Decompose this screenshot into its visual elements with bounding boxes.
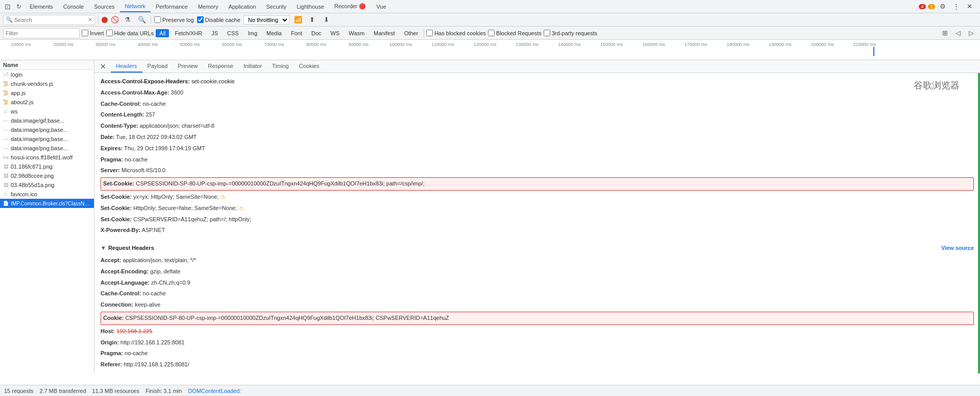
tab-memory[interactable]: Memory — [193, 2, 224, 12]
list-item[interactable]: 📄 login — [0, 70, 94, 79]
disable-cache-checkbox[interactable]: Disable cache — [197, 16, 240, 23]
filter-type-doc[interactable]: Doc — [308, 29, 325, 37]
filter-type-img[interactable]: Img — [244, 29, 261, 37]
list-item[interactable]: — data:image/gif;base... — [0, 116, 94, 125]
clear-button[interactable]: 🚫 — [111, 16, 119, 24]
tab-cookies[interactable]: Cookies — [294, 60, 325, 73]
detail-panel: ✕ Headers Payload Preview Response Initi… — [94, 60, 980, 374]
blocked-requests-checkbox[interactable]: Blocked Requests — [488, 30, 542, 36]
blocked-requests-label: Blocked Requests — [496, 30, 542, 36]
preserve-log-checkbox[interactable]: Preserve log — [154, 16, 194, 23]
request-headers-title[interactable]: ▼ Request Headers View source — [101, 240, 974, 255]
list-item[interactable]: Aa hosui-icons.ff18efd1.woff — [0, 153, 94, 162]
third-party-checkbox[interactable]: 3rd-party requests — [544, 30, 597, 36]
filter-type-font[interactable]: Font — [287, 29, 306, 37]
request-header-accept-encoding: Accept-Encoding: gzip, deflate — [101, 267, 181, 277]
timeline-label: 80000 ms — [295, 42, 337, 47]
tab-sources[interactable]: Sources — [89, 2, 119, 12]
close-devtools-icon[interactable]: ✕ — [964, 1, 975, 12]
list-item[interactable]: 🖼 03.48b55d1a.png — [0, 180, 94, 190]
tab-payload[interactable]: Payload — [142, 60, 173, 73]
timeline: 10000 ms 20000 ms 30000 ms 40000 ms 5000… — [0, 40, 980, 60]
filter-input[interactable] — [3, 28, 80, 38]
hide-data-urls-input[interactable] — [106, 30, 113, 36]
filter-type-wasm[interactable]: Wasm — [345, 29, 368, 37]
tab-lighthouse[interactable]: Lighthouse — [291, 2, 329, 12]
tab-recorder[interactable]: Recorder 🔴 — [329, 1, 371, 12]
tab-elements[interactable]: Elements — [24, 2, 58, 12]
tab-timing[interactable]: Timing — [267, 60, 294, 73]
filter-toggle-icon[interactable]: ⚗ — [122, 14, 133, 26]
list-item[interactable]: □ favicon.ico — [0, 190, 94, 199]
file-name: 02.98d8ccee.png — [11, 173, 54, 179]
list-item[interactable]: 📜 about2.js — [0, 98, 94, 107]
filter-type-other[interactable]: Other — [401, 29, 422, 37]
tab-security[interactable]: Security — [261, 2, 291, 12]
dock-icon[interactable]: ⊡ — [2, 1, 13, 12]
filter-type-fetchxhr[interactable]: Fetch/XHR — [171, 29, 206, 37]
file-icon: 📜 — [2, 89, 9, 97]
filter-type-css[interactable]: CSS — [224, 29, 242, 37]
preserve-log-input[interactable] — [154, 16, 161, 23]
file-name: data:image/png;base... — [11, 136, 68, 142]
settings-icon[interactable]: ⚙ — [937, 1, 948, 12]
hide-data-urls-checkbox[interactable]: Hide data URLs — [106, 30, 154, 36]
request-header-pragma: Pragma: no-cache — [101, 348, 148, 359]
column-arrow-right-icon[interactable]: ▷ — [966, 28, 977, 39]
filter-type-all[interactable]: All — [156, 29, 169, 37]
tab-network[interactable]: Network — [120, 1, 151, 12]
tab-performance[interactable]: Performance — [151, 2, 193, 12]
throttle-select[interactable]: No throttling — [243, 15, 289, 25]
list-item[interactable]: — data:image/png;base... — [0, 144, 94, 153]
search-box[interactable]: 🔍 ✕ — [3, 15, 95, 25]
tab-console[interactable]: Console — [58, 2, 89, 12]
close-detail-button[interactable]: ✕ — [99, 62, 108, 71]
timeline-label: 60000 ms — [211, 42, 253, 47]
network-toolbar: 🔍 ✕ 🚫 ⚗ 🔍 Preserve log Disable cache No … — [0, 13, 980, 27]
filter-type-media[interactable]: Media — [263, 29, 285, 37]
filter-type-ws[interactable]: WS — [327, 29, 344, 37]
timeline-label: 10000 ms — [0, 42, 42, 47]
response-header-content-length: Content-Length: 257 — [101, 110, 155, 120]
tab-vue[interactable]: Vue — [371, 2, 391, 12]
search-input[interactable] — [14, 17, 88, 23]
request-headers-label: Request Headers — [108, 243, 154, 253]
filter-type-js[interactable]: JS — [208, 29, 222, 37]
tab-application[interactable]: Application — [224, 2, 261, 12]
file-name: login — [11, 72, 22, 78]
invert-checkbox[interactable]: Invert — [82, 30, 104, 36]
has-blocked-checkbox[interactable]: Has blocked cookies — [426, 30, 486, 36]
customize-columns-icon[interactable]: ⊞ — [939, 28, 950, 39]
search-clear-icon[interactable]: ✕ — [88, 16, 92, 23]
file-icon: — — [2, 145, 9, 152]
more-icon[interactable]: ⋮ — [950, 1, 962, 12]
disable-cache-input[interactable] — [197, 16, 204, 23]
file-list: Name 📄 login 📜 chunk-vendors.js 📜 app.js… — [0, 60, 94, 374]
view-source-link[interactable]: View source — [941, 243, 974, 253]
refresh-icon[interactable]: ↻ — [13, 1, 24, 12]
upload-icon[interactable]: ⬆ — [307, 14, 318, 26]
record-button[interactable] — [102, 17, 108, 23]
download-icon[interactable]: ⬇ — [321, 14, 332, 26]
list-item[interactable]: — data:image/png;base... — [0, 125, 94, 134]
tab-initiator[interactable]: Initiator — [238, 60, 267, 73]
wifi-icon[interactable]: 📶 — [292, 14, 304, 26]
tab-headers[interactable]: Headers — [111, 60, 142, 73]
search-toggle-icon[interactable]: 🔍 — [136, 14, 148, 26]
filter-type-manifest[interactable]: Manifest — [370, 29, 399, 37]
has-blocked-label: Has blocked cookies — [434, 30, 486, 36]
timeline-marker — [873, 47, 874, 56]
list-item[interactable]: 📜 app.js — [0, 88, 94, 98]
list-item[interactable]: 🖼 02.98d8ccee.png — [0, 171, 94, 180]
invert-input[interactable] — [82, 30, 88, 36]
tab-preview[interactable]: Preview — [173, 60, 203, 73]
list-item[interactable]: □ ws — [0, 107, 94, 116]
list-item[interactable]: — data:image/png;base... — [0, 134, 94, 144]
list-item[interactable]: 📜 chunk-vendors.js — [0, 79, 94, 88]
list-item-selected[interactable]: 📄 IMP.Common.Broker.cls?ClassName=IMP.Lo… — [0, 199, 94, 208]
list-item[interactable]: 🖼 01.186fc871.png — [0, 162, 94, 171]
column-arrow-left-icon[interactable]: ◁ — [952, 28, 964, 39]
timeline-label: 200000 ms — [801, 42, 844, 47]
tab-response[interactable]: Response — [203, 60, 238, 73]
response-headers-section: Access-Control-Expose-Headers: set-cooki… — [101, 76, 974, 236]
